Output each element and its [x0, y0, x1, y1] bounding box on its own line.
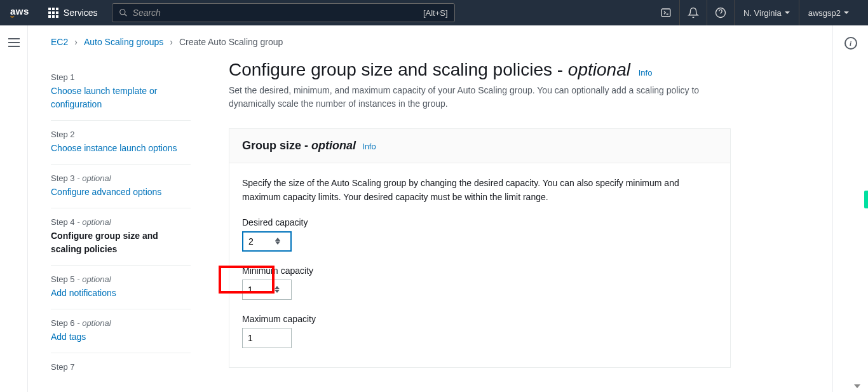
services-grid-icon — [48, 8, 58, 18]
services-button[interactable]: Services — [42, 8, 104, 18]
step-label: Step 6 - optional — [51, 318, 191, 328]
cloudshell-button[interactable] — [653, 0, 680, 25]
breadcrumb-separator-icon: › — [170, 37, 173, 47]
group-size-card: Group size - optional Info Specify the s… — [229, 128, 731, 368]
breadcrumb-ec2[interactable]: EC2 — [51, 37, 68, 47]
breadcrumb-asg[interactable]: Auto Scaling groups — [84, 37, 163, 47]
step-current-title: Configure group size and scaling policie… — [51, 229, 191, 256]
increment-button[interactable] — [275, 286, 280, 289]
card-title: Group size - optional Info — [242, 139, 717, 152]
left-menu-column — [0, 25, 28, 392]
spinner — [275, 286, 283, 293]
search-icon — [119, 8, 128, 17]
account-selector[interactable]: awsgsp2 — [799, 0, 858, 25]
account-label: awsgsp2 — [808, 8, 841, 18]
increment-button[interactable] — [275, 238, 280, 241]
region-selector[interactable]: N. Virginia — [735, 0, 799, 25]
desired-capacity-input-wrap — [242, 231, 292, 252]
svg-line-1 — [124, 14, 126, 17]
info-link[interactable]: Info — [639, 68, 653, 78]
green-marker — [864, 191, 868, 208]
spinner — [275, 238, 284, 245]
step-5: Step 5 - optional Add notifications — [51, 266, 191, 309]
minimum-capacity-input-wrap — [242, 280, 292, 300]
search-container[interactable]: [Alt+S] — [112, 3, 455, 22]
nav-right: N. Virginia awsgsp2 — [653, 0, 858, 25]
search-shortcut: [Alt+S] — [423, 8, 448, 18]
minimum-capacity-label: Minimum capacity — [242, 266, 717, 276]
maximum-capacity-input[interactable] — [243, 328, 275, 348]
minimum-capacity-field: Minimum capacity — [242, 266, 717, 300]
aws-logo[interactable]: aws ⌣ — [10, 6, 29, 20]
info-panel-toggle[interactable]: i — [844, 37, 857, 50]
page-title: Configure group size and scaling policie… — [229, 60, 810, 80]
right-info-column: i — [832, 25, 868, 392]
region-label: N. Virginia — [743, 8, 782, 18]
step-6: Step 6 - optional Add tags — [51, 309, 191, 353]
cloudshell-icon — [660, 7, 672, 18]
svg-point-0 — [119, 10, 125, 15]
info-link[interactable]: Info — [362, 142, 376, 151]
step-link[interactable]: Choose instance launch options — [51, 142, 191, 155]
step-label: Step 2 — [51, 130, 191, 139]
step-label: Step 7 — [51, 362, 191, 372]
steps-sidebar: Step 1 Choose launch template or configu… — [51, 53, 191, 383]
step-1: Step 1 Choose launch template or configu… — [51, 64, 191, 121]
main-area: EC2 › Auto Scaling groups › Create Auto … — [28, 25, 832, 392]
step-link[interactable]: Configure advanced options — [51, 186, 191, 199]
maximum-capacity-label: Maximum capacity — [242, 314, 717, 324]
step-label: Step 1 — [51, 72, 191, 82]
services-label: Services — [64, 8, 98, 18]
card-header: Group size - optional Info — [229, 129, 730, 163]
top-nav: aws ⌣ Services [Alt+S] N. Virginia — [0, 0, 868, 25]
breadcrumb-current: Create Auto Scaling group — [179, 37, 283, 47]
step-7: Step 7 — [51, 353, 191, 383]
minimum-capacity-input[interactable] — [243, 280, 275, 299]
content-split: Step 1 Choose launch template or configu… — [28, 53, 832, 383]
decrement-button[interactable] — [275, 290, 280, 293]
help-icon — [715, 7, 726, 18]
card-description: Specify the size of the Auto Scaling gro… — [242, 176, 717, 205]
main-panel: Configure group size and scaling policie… — [229, 53, 810, 383]
step-link[interactable]: Add notifications — [51, 287, 191, 300]
desired-capacity-field: Desired capacity — [242, 217, 717, 252]
maximum-capacity-field: Maximum capacity — [242, 314, 717, 348]
step-3: Step 3 - optional Configure advanced opt… — [51, 165, 191, 208]
chevron-down-icon — [844, 11, 849, 14]
step-label: Step 4 - optional — [51, 217, 191, 227]
step-label: Step 5 - optional — [51, 274, 191, 284]
desired-capacity-label: Desired capacity — [242, 217, 717, 227]
step-link[interactable]: Choose launch template or configuration — [51, 84, 191, 111]
page-description: Set the desired, minimum, and maximum ca… — [229, 84, 724, 111]
breadcrumb-separator-icon: › — [74, 37, 78, 47]
maximum-capacity-input-wrap — [242, 328, 292, 348]
bell-icon — [688, 7, 699, 18]
step-4: Step 4 - optional Configure group size a… — [51, 208, 191, 266]
search-input[interactable] — [133, 8, 423, 18]
step-link[interactable]: Add tags — [51, 330, 191, 344]
hamburger-menu-button[interactable] — [8, 38, 20, 47]
step-2: Step 2 Choose instance launch options — [51, 121, 191, 165]
scroll-down-icon[interactable] — [854, 384, 860, 388]
breadcrumb: EC2 › Auto Scaling groups › Create Auto … — [28, 25, 832, 53]
chevron-down-icon — [785, 11, 790, 14]
decrement-button[interactable] — [275, 241, 280, 245]
notifications-button[interactable] — [680, 0, 707, 25]
desired-capacity-input[interactable] — [243, 233, 275, 250]
help-button[interactable] — [707, 0, 735, 25]
step-label: Step 3 - optional — [51, 173, 191, 183]
card-body: Specify the size of the Auto Scaling gro… — [229, 163, 730, 367]
